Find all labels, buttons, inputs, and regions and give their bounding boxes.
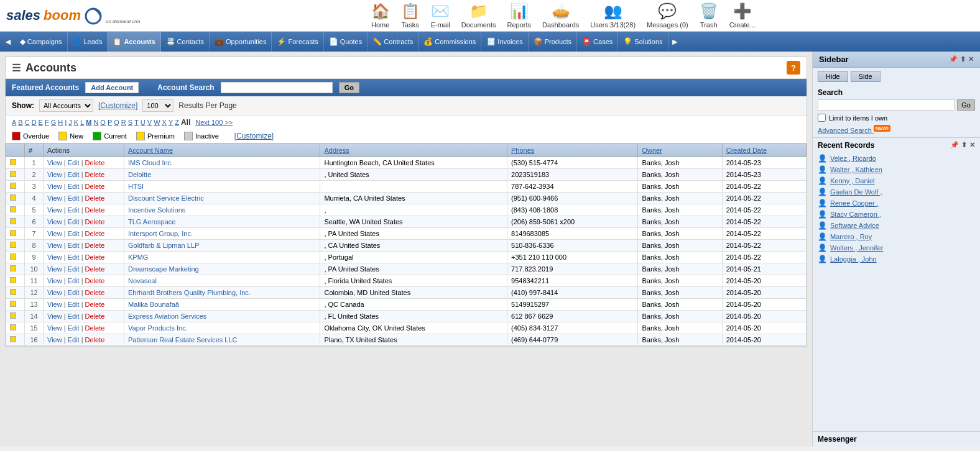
nav-email[interactable]: ✉️ E-mail: [431, 2, 450, 29]
edit-link[interactable]: Edit: [68, 336, 80, 344]
show-select[interactable]: All Accounts: [39, 99, 93, 112]
recent-record-link[interactable]: Walter , Kathleen: [830, 166, 882, 173]
recent-record-link[interactable]: Gaelan De Wolf ,: [830, 188, 882, 196]
recent-record-link[interactable]: Wolters , Jennifer: [830, 244, 883, 252]
tab-accounts[interactable]: 📋 Accounts: [108, 32, 160, 52]
view-link[interactable]: View: [47, 312, 62, 320]
edit-link[interactable]: Edit: [68, 206, 80, 214]
tab-contacts[interactable]: 📇 Contacts: [161, 32, 210, 52]
alpha-q[interactable]: Q: [114, 119, 119, 126]
view-link[interactable]: View: [47, 265, 62, 273]
edit-link[interactable]: Edit: [68, 183, 80, 190]
view-link[interactable]: View: [47, 159, 62, 166]
account-name-link[interactable]: Discount Service Electric: [128, 194, 204, 202]
alpha-i[interactable]: I: [65, 119, 67, 126]
hide-button[interactable]: Hide: [818, 71, 848, 82]
account-name-link[interactable]: TLG Aerospace: [128, 218, 175, 226]
tab-forecasts[interactable]: ⚡ Forecasts: [272, 32, 323, 52]
edit-link[interactable]: Edit: [68, 159, 80, 166]
alpha-c[interactable]: C: [25, 119, 30, 126]
alpha-o[interactable]: O: [100, 119, 106, 126]
recent-pin-icon[interactable]: 📌: [950, 141, 959, 149]
sidebar-pin-icon[interactable]: 📌: [949, 55, 958, 63]
recent-expand-icon[interactable]: ⬆: [961, 141, 967, 149]
alpha-f[interactable]: F: [45, 119, 49, 126]
next-100-link[interactable]: Next 100 >>: [195, 119, 233, 126]
nav-create[interactable]: ➕ Create...: [729, 2, 756, 29]
view-link[interactable]: View: [47, 301, 62, 308]
recent-record-link[interactable]: Software Advice: [830, 222, 879, 229]
sidebar-search-input[interactable]: [818, 99, 955, 111]
account-name-link[interactable]: Novaseal: [128, 277, 157, 285]
delete-link[interactable]: Delete: [85, 324, 105, 332]
account-name-link[interactable]: KPMG: [128, 253, 148, 261]
col-header-phones[interactable]: Phones: [507, 144, 638, 157]
edit-link[interactable]: Edit: [68, 253, 80, 261]
account-name-link[interactable]: Dreamscape Marketing: [128, 265, 199, 273]
alpha-e[interactable]: E: [39, 119, 43, 126]
view-link[interactable]: View: [47, 277, 62, 285]
edit-link[interactable]: Edit: [68, 242, 80, 249]
tab-invoices[interactable]: 🧾 Invoices: [481, 32, 528, 52]
col-header-account-name[interactable]: Account Name: [124, 144, 320, 157]
delete-link[interactable]: Delete: [85, 183, 105, 190]
nav-home[interactable]: 🏠 Home: [371, 2, 390, 29]
sidebar-close-icon[interactable]: ✕: [968, 55, 974, 63]
delete-link[interactable]: Delete: [85, 171, 105, 178]
tab-quotes[interactable]: 📄 Quotes: [324, 32, 368, 52]
alpha-z[interactable]: Z: [175, 119, 179, 126]
recent-record-link[interactable]: Stacy Cameron ,: [830, 211, 881, 218]
delete-link[interactable]: Delete: [85, 277, 105, 285]
tab-solutions[interactable]: 💡 Solutions: [618, 32, 668, 52]
nav-messages[interactable]: 💬 Messages (0): [647, 2, 688, 29]
alpha-d[interactable]: D: [32, 119, 37, 126]
delete-link[interactable]: Delete: [85, 312, 105, 320]
delete-link[interactable]: Delete: [85, 253, 105, 261]
edit-link[interactable]: Edit: [68, 194, 80, 202]
tab-commissions[interactable]: 💰 Commissions: [418, 32, 481, 52]
sidebar-go-button[interactable]: Go: [957, 99, 975, 111]
tab-campaigns[interactable]: ◆ Campaigns: [15, 32, 68, 52]
advanced-search-link[interactable]: Advanced Search NEW!: [818, 125, 975, 134]
tab-leads[interactable]: 👤 Leads: [68, 32, 108, 52]
recent-record-link[interactable]: Renee Cooper ,: [830, 199, 879, 207]
nav-users[interactable]: 👥 Users:3/13(28): [590, 2, 636, 29]
alpha-r[interactable]: R: [121, 119, 126, 126]
alpha-b[interactable]: B: [18, 119, 22, 126]
view-link[interactable]: View: [47, 218, 62, 226]
alpha-t[interactable]: T: [134, 119, 139, 126]
alpha-v[interactable]: V: [147, 119, 152, 126]
tab-products[interactable]: 📦 Products: [529, 32, 577, 52]
recent-record-link[interactable]: Laloggia , John: [830, 255, 877, 263]
delete-link[interactable]: Delete: [85, 301, 105, 308]
delete-link[interactable]: Delete: [85, 289, 105, 296]
view-link[interactable]: View: [47, 289, 62, 296]
edit-link[interactable]: Edit: [68, 265, 80, 273]
view-link[interactable]: View: [47, 171, 62, 178]
alpha-g[interactable]: G: [51, 119, 57, 126]
alpha-m[interactable]: M: [86, 119, 91, 126]
delete-link[interactable]: Delete: [85, 265, 105, 273]
account-name-link[interactable]: Patterson Real Estate Services LLC: [128, 336, 237, 344]
delete-link[interactable]: Delete: [85, 336, 105, 344]
col-header-created-date[interactable]: Created Date: [722, 144, 806, 157]
account-name-link[interactable]: Ehrhardt Brothers Quality Plumbing, Inc.: [128, 289, 251, 296]
account-search-go-button[interactable]: Go: [339, 82, 359, 93]
edit-link[interactable]: Edit: [68, 289, 80, 296]
account-name-link[interactable]: Intersport Group, Inc.: [128, 230, 193, 237]
col-header-owner[interactable]: Owner: [638, 144, 722, 157]
nav-left-arrow[interactable]: ◄: [1, 37, 15, 47]
view-link[interactable]: View: [47, 230, 62, 237]
nav-right-arrow[interactable]: ►: [668, 37, 682, 47]
sidebar-expand-icon[interactable]: ⬆: [960, 55, 966, 63]
side-button[interactable]: Side: [851, 71, 881, 82]
delete-link[interactable]: Delete: [85, 159, 105, 166]
col-header-address[interactable]: Address: [320, 144, 507, 157]
view-link[interactable]: View: [47, 253, 62, 261]
recent-record-link[interactable]: Kenny , Daniel: [830, 177, 875, 184]
account-name-link[interactable]: IMS Cloud Inc.: [128, 159, 173, 166]
recent-record-link[interactable]: Marrero , Roy: [830, 233, 872, 240]
view-link[interactable]: View: [47, 336, 62, 344]
add-account-button[interactable]: Add Account: [85, 82, 139, 93]
account-search-input[interactable]: [221, 82, 333, 93]
